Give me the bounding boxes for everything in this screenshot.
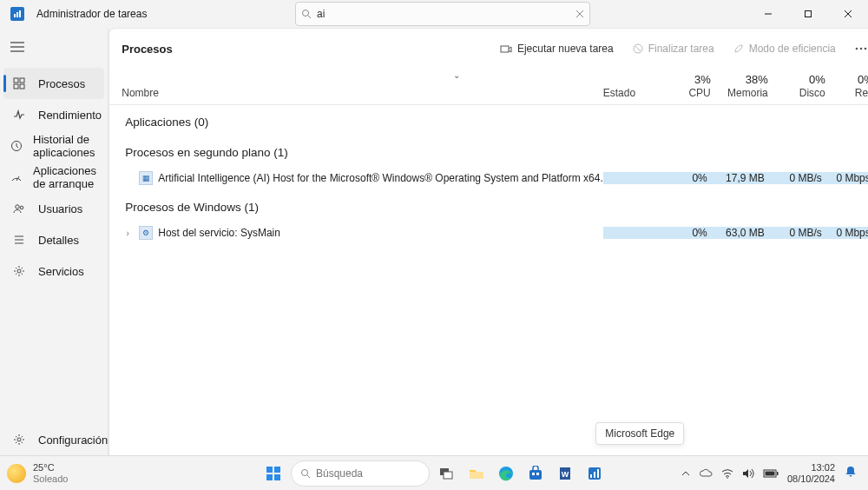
cell-network: 0 Mbps [825,227,868,239]
cell-memory: 17,9 MB [711,172,768,184]
app-icon [10,7,24,21]
expand-icon[interactable]: › [122,228,134,238]
process-icon: ▦ [139,171,153,185]
sidebar-item-users[interactable]: Usuarios [0,193,108,224]
col-network[interactable]: 0%Red [825,73,868,99]
sidebar-item-details[interactable]: Detalles [0,224,108,255]
users-icon [10,202,28,215]
sidebar-item-history[interactable]: Historial de aplicaciones [0,130,108,162]
svg-line-8 [308,16,311,18]
more-button[interactable] [848,36,868,62]
svg-text:W: W [562,470,569,479]
cell-memory: 63,0 MB [711,227,768,239]
content-pane: Procesos Ejecutar nueva tarea Finalizar … [108,28,868,455]
search-box[interactable] [295,2,590,26]
cell-disk: 0 MB/s [768,172,825,184]
wifi-icon[interactable] [721,468,733,479]
page-title: Procesos [122,43,173,56]
battery-icon[interactable] [763,469,779,478]
start-button[interactable] [261,461,286,486]
process-row[interactable]: ▦ Artificial Intelligence (AI) Host for … [122,166,868,190]
taskbar-search[interactable]: Búsqueda [291,460,430,487]
clear-search-icon[interactable] [575,10,584,18]
minimize-button[interactable] [748,0,788,28]
svg-line-29 [635,46,641,51]
col-disk[interactable]: 0%Disco [768,73,825,99]
explorer-icon[interactable] [464,461,489,486]
volume-icon[interactable] [742,468,754,479]
col-cpu[interactable]: 3%CPU [661,73,711,99]
cell-status [603,172,661,184]
taskbar-clock[interactable]: 13:02 08/10/2024 [787,462,835,484]
gauge-icon [10,171,23,183]
svg-rect-55 [765,471,774,475]
toolbar: Procesos Ejecutar nueva tarea Finalizar … [109,29,868,69]
efficiency-button[interactable]: Modo de eficiencia [727,36,843,62]
history-icon [10,140,23,152]
list-icon [10,234,28,246]
word-icon[interactable]: W [553,461,577,486]
group-background[interactable]: Procesos en segundo plano (1) [122,136,868,166]
store-icon[interactable] [523,461,548,486]
svg-rect-34 [274,467,280,473]
svg-point-30 [855,48,858,50]
col-memory[interactable]: 38%Memoria [711,73,768,99]
weather-text: Soleado [33,473,68,484]
svg-point-20 [16,205,19,209]
group-applications[interactable]: Aplicaciones (0) [122,105,868,136]
taskbar-weather[interactable]: 25°C Soleado [7,462,68,483]
close-button[interactable] [828,0,868,28]
sun-icon [7,464,26,483]
sort-caret-icon[interactable]: ⌄ [453,70,460,80]
svg-rect-15 [20,78,24,83]
grid-icon [10,77,28,89]
sidebar-item-label: Aplicaciones de arranque [33,164,108,190]
svg-rect-41 [470,472,483,479]
svg-rect-54 [777,472,779,475]
svg-rect-2 [19,10,21,17]
svg-rect-36 [274,474,280,480]
cell-cpu: 0% [661,227,711,239]
notifications-icon[interactable] [844,465,861,482]
sidebar-item-settings[interactable]: Configuración [0,424,108,455]
col-name[interactable]: Nombre [122,87,603,99]
svg-rect-27 [501,46,509,52]
sidebar-item-performance[interactable]: Rendimiento [0,99,108,130]
hamburger-button[interactable] [0,31,35,63]
svg-rect-1 [16,12,18,17]
svg-point-32 [864,48,866,50]
leaf-icon [733,43,744,54]
search-input[interactable] [317,8,575,20]
taskview-icon[interactable] [435,461,459,486]
new-task-button[interactable]: Ejecutar nueva tarea [493,36,621,62]
taskbar: 25°C Soleado Búsqueda W 13:02 08/10/2024 [0,455,868,490]
search-icon [301,9,312,19]
settings-icon [10,434,28,446]
taskmgr-icon[interactable] [582,461,607,486]
process-icon: ⚙ [139,226,153,240]
app-title: Administrador de tareas [36,8,147,20]
process-row[interactable]: › ⚙ Host del servicio: SysMain 0% 63,0 M… [122,221,868,245]
svg-rect-0 [14,14,16,17]
end-task-button[interactable]: Finalizar tarea [626,36,721,62]
sidebar: Procesos Rendimiento Historial de aplica… [0,28,108,455]
svg-rect-45 [536,473,539,475]
svg-point-52 [727,477,728,479]
svg-rect-49 [590,474,592,478]
sidebar-item-startup[interactable]: Aplicaciones de arranque [0,162,108,193]
run-icon [500,43,512,55]
onedrive-icon[interactable] [699,468,713,479]
sidebar-item-label: Usuarios [38,202,82,215]
chevron-up-icon[interactable] [681,469,690,478]
svg-rect-40 [444,472,452,479]
sidebar-item-processes[interactable]: Procesos [3,68,104,99]
svg-rect-44 [532,473,535,475]
edge-icon[interactable] [494,461,518,486]
sidebar-item-services[interactable]: Servicios [0,255,108,287]
cell-status [603,227,661,239]
svg-point-31 [859,48,862,50]
col-status[interactable]: Estado [603,73,661,99]
maximize-button[interactable] [788,0,828,28]
group-windows[interactable]: Procesos de Windows (1) [122,190,868,221]
svg-rect-51 [597,469,599,478]
